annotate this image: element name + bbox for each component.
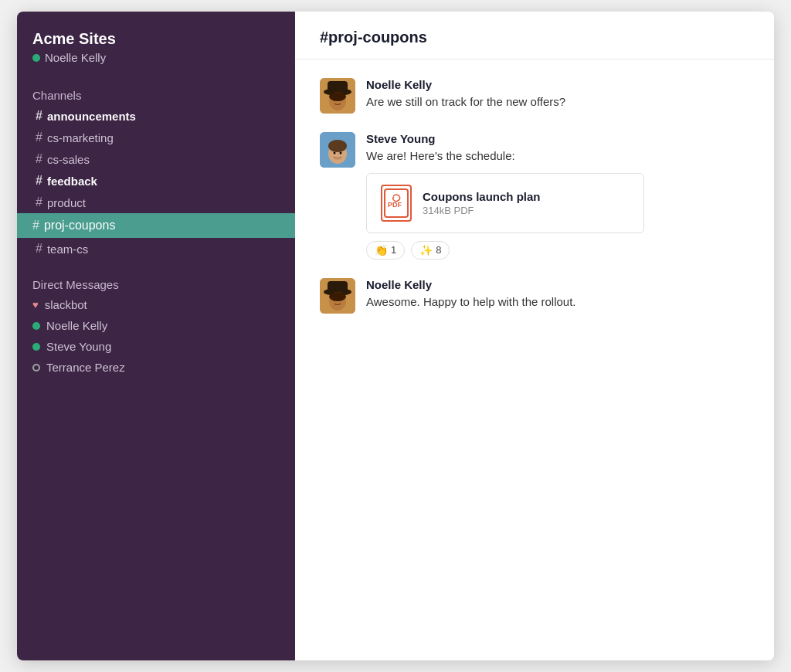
- channels-section-label: Channels: [17, 83, 295, 105]
- channel-header: #proj-coupons: [295, 12, 774, 59]
- current-user-label: Noelle Kelly: [45, 51, 106, 64]
- file-meta: 314kB PDF: [423, 205, 541, 216]
- workspace-name[interactable]: Acme Sites: [17, 30, 295, 51]
- heart-icon: ♥: [32, 299, 39, 311]
- app-container: Acme Sites Noelle Kelly Channels # annou…: [17, 12, 774, 660]
- avatar-noelle: [320, 278, 355, 314]
- reaction-count: 8: [436, 244, 441, 256]
- svg-text:PDF: PDF: [388, 201, 402, 209]
- message-text: Are we still on track for the new offers…: [366, 93, 749, 111]
- messages-area: Noelle Kelly Are we still on track for t…: [295, 59, 774, 660]
- hash-icon: #: [36, 131, 42, 144]
- svg-rect-2: [328, 81, 348, 93]
- channel-item-team-cs[interactable]: # team-cs: [20, 238, 292, 260]
- message-body: Noelle Kelly Are we still on track for t…: [366, 78, 749, 111]
- channel-label: proj-coupons: [44, 219, 116, 232]
- hash-icon: #: [36, 174, 42, 188]
- message-sender: Noelle Kelly: [366, 278, 749, 291]
- message-row: Noelle Kelly Awesome. Happy to help with…: [320, 278, 749, 314]
- hash-icon: #: [36, 242, 42, 256]
- reaction-emoji: ✨: [419, 244, 433, 256]
- dm-label: Noelle Kelly: [46, 319, 107, 332]
- channel-label: product: [47, 196, 86, 209]
- main-content: #proj-coupons: [295, 12, 774, 660]
- channel-label: feedback: [47, 175, 97, 188]
- dm-item-terrance-perez[interactable]: Terrance Perez: [17, 357, 295, 378]
- message-body: Noelle Kelly Awesome. Happy to help with…: [366, 278, 749, 311]
- svg-point-9: [328, 140, 347, 152]
- message-sender: Steve Young: [366, 132, 749, 145]
- channel-label: cs-sales: [47, 153, 90, 166]
- channel-item-announcements[interactable]: # announcements: [20, 105, 292, 127]
- hash-icon: #: [36, 152, 42, 166]
- hash-icon: #: [36, 195, 42, 209]
- reaction-pill-clap[interactable]: 👏 1: [366, 241, 405, 260]
- channel-label: announcements: [47, 110, 136, 123]
- noelle-avatar-image: [320, 78, 355, 114]
- offline-dot: [32, 364, 40, 372]
- pdf-icon: PDF: [381, 185, 412, 222]
- channel-item-proj-coupons[interactable]: # proj-coupons: [17, 213, 295, 238]
- file-info: Coupons launch plan 314kB PDF: [423, 190, 541, 216]
- channel-item-cs-sales[interactable]: # cs-sales: [20, 148, 292, 170]
- avatar-steve: [320, 132, 355, 168]
- dm-label: Terrance Perez: [46, 361, 125, 374]
- svg-rect-17: [328, 281, 348, 293]
- file-name: Coupons launch plan: [423, 190, 541, 203]
- svg-point-21: [329, 292, 346, 301]
- dm-section-label: Direct Messages: [17, 272, 295, 294]
- hash-icon: #: [36, 109, 42, 123]
- sidebar: Acme Sites Noelle Kelly Channels # annou…: [17, 12, 295, 660]
- online-dot: [32, 343, 40, 351]
- steve-avatar-image: [320, 132, 355, 168]
- avatar-noelle: [320, 78, 355, 114]
- reaction-count: 1: [391, 244, 396, 256]
- message-text: Awesome. Happy to help with the rollout.: [366, 294, 749, 311]
- dm-item-steve-young[interactable]: Steve Young: [17, 336, 295, 357]
- svg-point-10: [334, 152, 336, 154]
- svg-point-12: [334, 157, 341, 160]
- message-row: Steve Young We are! Here's the schedule:…: [320, 132, 749, 260]
- dm-label: Steve Young: [46, 340, 111, 353]
- dm-item-noelle-kelly[interactable]: Noelle Kelly: [17, 315, 295, 336]
- svg-point-6: [329, 92, 346, 101]
- noelle-avatar-image-2: [320, 278, 355, 314]
- reactions: 👏 1 ✨ 8: [366, 241, 749, 260]
- dm-label: slackbot: [45, 298, 87, 311]
- channel-item-product[interactable]: # product: [20, 192, 292, 213]
- message-body: Steve Young We are! Here's the schedule:…: [366, 132, 749, 260]
- channel-item-cs-marketing[interactable]: # cs-marketing: [20, 127, 292, 148]
- message-sender: Noelle Kelly: [366, 78, 749, 91]
- file-attachment[interactable]: PDF Coupons launch plan 314kB PDF: [366, 173, 644, 233]
- channel-label: cs-marketing: [47, 131, 114, 144]
- user-status-dot: [32, 54, 40, 62]
- reaction-emoji: 👏: [375, 244, 388, 256]
- reaction-pill-sparkles[interactable]: ✨ 8: [411, 241, 450, 260]
- dm-item-slackbot[interactable]: ♥ slackbot: [17, 294, 295, 315]
- online-dot: [32, 322, 40, 330]
- channel-item-feedback[interactable]: # feedback: [20, 170, 292, 192]
- hash-icon: #: [32, 219, 39, 232]
- svg-point-11: [340, 152, 342, 154]
- channel-header-title: #proj-coupons: [320, 29, 749, 46]
- message-text: We are! Here's the schedule:: [366, 148, 749, 165]
- user-status: Noelle Kelly: [17, 51, 295, 83]
- message-row: Noelle Kelly Are we still on track for t…: [320, 78, 749, 114]
- channel-label: team-cs: [47, 243, 88, 256]
